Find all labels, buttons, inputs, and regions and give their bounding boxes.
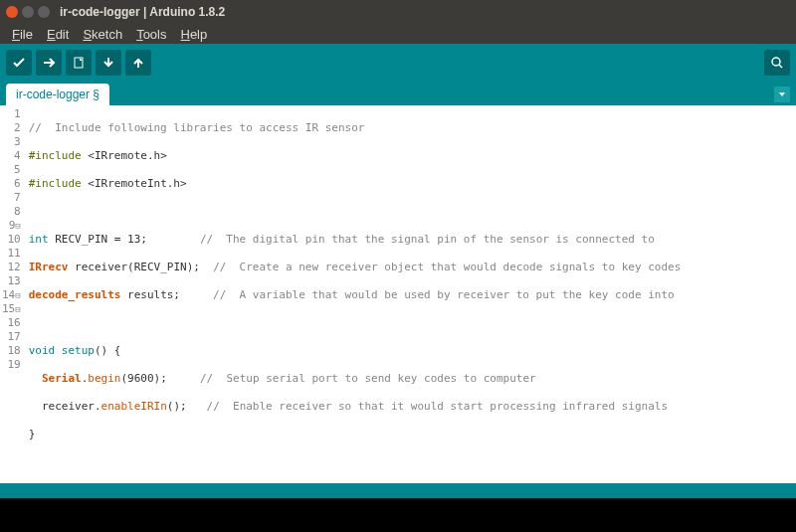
message-bar <box>0 483 796 498</box>
menu-help[interactable]: Help <box>174 25 213 44</box>
verify-button[interactable] <box>6 50 32 76</box>
titlebar: ir-code-logger | Arduino 1.8.2 <box>0 0 796 24</box>
serial-monitor-button[interactable] <box>764 50 790 76</box>
menubar: File Edit Sketch Tools Help <box>0 24 796 44</box>
close-icon[interactable] <box>6 6 18 18</box>
svg-rect-0 <box>75 58 83 68</box>
console <box>0 498 796 532</box>
toolbar <box>0 44 796 82</box>
window-buttons <box>6 6 50 18</box>
tab-menu-button[interactable] <box>774 87 790 102</box>
save-button[interactable] <box>125 50 151 76</box>
maximize-icon[interactable] <box>38 6 50 18</box>
upload-button[interactable] <box>36 50 62 76</box>
window-title: ir-code-logger | Arduino 1.8.2 <box>60 5 225 19</box>
line-gutter: 12345678 9⊟10111213 14⊟15⊟16171819 <box>0 105 25 483</box>
menu-edit[interactable]: Edit <box>41 25 75 44</box>
minimize-icon[interactable] <box>22 6 34 18</box>
svg-point-1 <box>772 58 780 66</box>
menu-tools[interactable]: Tools <box>130 25 172 44</box>
new-button[interactable] <box>66 50 92 76</box>
tabbar: ir-code-logger § <box>0 82 796 105</box>
open-button[interactable] <box>96 50 121 76</box>
code-editor[interactable]: 12345678 9⊟10111213 14⊟15⊟16171819 // In… <box>0 105 796 483</box>
tab-sketch[interactable]: ir-code-logger § <box>6 84 109 105</box>
code-area[interactable]: // Include following libraries to access… <box>25 105 796 483</box>
menu-sketch[interactable]: Sketch <box>77 25 128 44</box>
menu-file[interactable]: File <box>6 25 39 44</box>
